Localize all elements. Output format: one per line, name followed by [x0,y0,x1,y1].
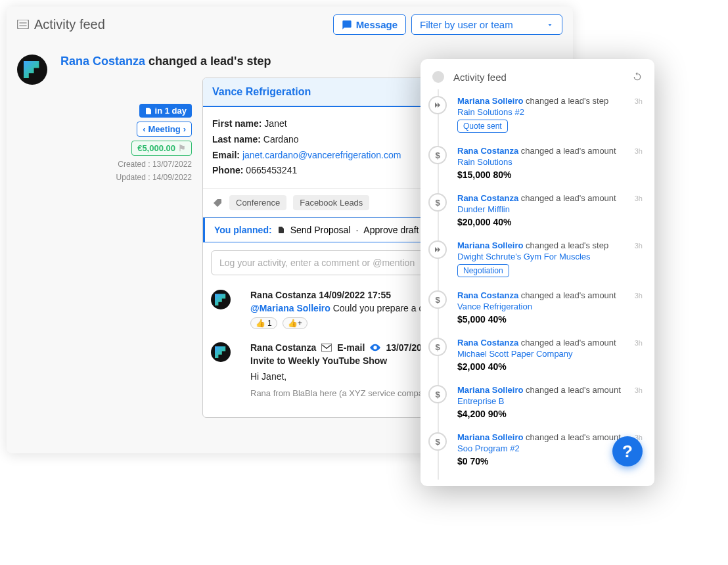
tag-chip[interactable]: Conference [229,195,286,210]
message-button-label: Message [356,19,398,30]
list-icon [17,17,29,32]
amount-text: $2,000 40% [457,361,643,372]
left-meta-column: in 1 day ‹ Meeting › €5,000.00 ⚑ Created… [60,78,192,418]
timeline-item[interactable]: $ 3h Rana Costanza changed a lead's amou… [455,284,654,331]
avatar[interactable] [17,55,47,85]
filter-dropdown[interactable]: Filter by user or team [411,14,562,35]
dollar-icon: $ [428,290,447,309]
flag-icon: ⚑ [178,143,186,153]
time-text: 3h [635,97,643,105]
timeline-item[interactable]: $ 3h Rana Costanza changed a lead's amou… [455,331,654,378]
tag-icon [212,198,223,208]
time-text: 3h [635,386,643,394]
time-text: 3h [635,194,643,202]
timeline-item[interactable]: 3h Mariana Solleiro changed a lead's ste… [455,234,654,284]
timeline-item[interactable]: 3h Mariana Solleiro changed a lead's ste… [455,89,654,139]
timeline-item[interactable]: $ 3h Rana Costanza changed a lead's amou… [455,139,654,187]
created-text: Created : 13/07/2022 [118,160,192,169]
doc-icon [145,107,152,115]
avatar[interactable] [211,342,231,362]
page-title-group: Activity feed [17,17,105,32]
refresh-icon [632,72,643,82]
actor-link[interactable]: Mariana Solleiro [457,96,523,106]
step-chip[interactable]: ‹ Meeting › [137,122,192,137]
lead-link[interactable]: Dwight Schrute's Gym For Muscles [457,252,643,261]
actor-link[interactable]: Rana Costanza [457,146,518,156]
tag-chip[interactable]: Facebook Leads [293,195,369,210]
dollar-icon: $ [428,193,447,212]
updated-text: Updated : 14/09/2022 [116,173,192,182]
doc-icon [277,225,285,235]
lead-link[interactable]: Vance Refrigeration [457,302,643,311]
amount-text: $5,000 40% [457,314,643,325]
lead-link[interactable]: Entreprise B [457,396,643,406]
step-badge: Negotiation [457,264,509,277]
due-chip[interactable]: in 1 day [139,104,192,118]
side-activity-panel: Activity feed 3h Mariana Solleiro change… [421,59,654,486]
step-badge: Quote sent [457,120,508,133]
lead-link[interactable]: Rain Solutions [457,157,643,167]
action-text: changed a lead's step [148,55,271,68]
amount-text: $4,200 90% [457,409,643,419]
dollar-icon: $ [428,338,447,356]
timeline-item[interactable]: $ 3h Rana Costanza changed a lead's amou… [455,187,654,234]
amount-text: $20,000 40% [457,217,643,227]
chevron-right-icon: › [183,124,186,134]
header-actions: Message Filter by user or team [333,14,562,35]
reaction-chip[interactable]: 👍1 [250,317,277,329]
dot-icon [432,71,444,83]
avatar-glyph [24,61,41,78]
chat-icon [342,20,352,30]
side-title-text: Activity feed [453,72,507,83]
envelope-icon [321,344,332,351]
help-button[interactable]: ? [612,436,643,466]
actor-link[interactable]: Rana Costanza [457,338,518,348]
actor-link[interactable]: Rana Costanza [457,193,518,203]
chevron-left-icon: ‹ [143,124,145,134]
actor-link[interactable]: Mariana Solleiro [457,432,523,442]
svg-rect-0 [18,20,29,29]
main-header: Activity feed Message Filter by user or … [17,14,562,40]
actor-link[interactable]: Mariana Solleiro [457,385,523,395]
time-text: 3h [635,292,643,300]
forward-icon [428,96,447,114]
svg-rect-3 [321,344,332,351]
contact-email-link[interactable]: janet.cardano@vancerefrigeration.com [242,150,401,160]
amount-text: $15,000 80% [457,170,643,180]
lead-link[interactable]: Dunder Mifflin [457,204,643,214]
actor-link[interactable]: Rana Costanza [60,55,145,68]
refresh-button[interactable] [632,72,643,82]
time-text: 3h [635,147,643,155]
lead-link[interactable]: Rain Solutions #2 [457,107,643,117]
actor-link[interactable]: Rana Costanza [457,290,518,300]
message-button[interactable]: Message [333,14,406,35]
mention-link[interactable]: @Mariana Solleiro [250,303,330,313]
page-title: Activity feed [34,17,105,32]
dollar-icon: $ [428,146,447,164]
forward-icon [428,240,447,259]
eye-icon [370,344,380,351]
amount-chip[interactable]: €5,000.00 ⚑ [131,141,192,156]
dollar-icon: $ [428,385,447,403]
filter-dropdown-label: Filter by user or team [420,19,513,30]
timeline-item[interactable]: $ 3h Mariana Solleiro changed a lead's a… [455,378,654,426]
add-reaction-button[interactable]: 👍+ [283,317,307,329]
timeline: 3h Mariana Solleiro changed a lead's ste… [421,89,654,473]
time-text: 3h [635,242,643,250]
chevron-down-icon [546,21,554,29]
dollar-icon: $ [428,432,447,451]
avatar[interactable] [211,290,231,309]
side-header: Activity feed [421,67,654,89]
lead-link[interactable]: Michael Scott Paper Company [457,349,643,359]
actor-link[interactable]: Mariana Solleiro [457,240,523,250]
time-text: 3h [635,339,643,347]
